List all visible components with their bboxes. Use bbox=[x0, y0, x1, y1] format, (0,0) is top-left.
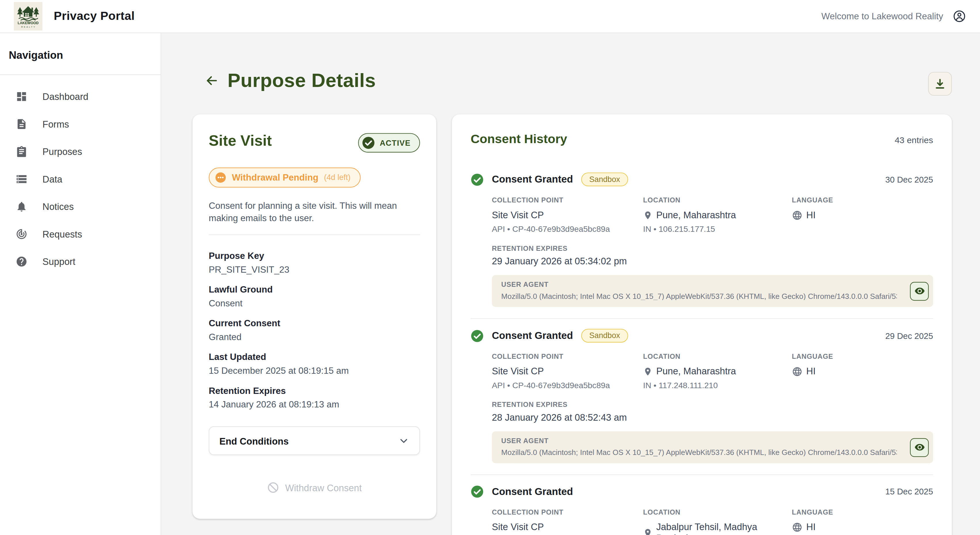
svg-text:REALTY: REALTY bbox=[21, 25, 36, 28]
field-value: Granted bbox=[209, 332, 420, 343]
field-label: Last Updated bbox=[209, 352, 420, 363]
withdrawal-pending-badge: Withdrawal Pending (4d left) bbox=[209, 167, 360, 188]
sidebar-item-label: Dashboard bbox=[43, 91, 88, 102]
location-value: Pune, Maharashtra bbox=[643, 366, 792, 377]
location-pin-icon bbox=[643, 366, 653, 376]
purpose-description: Consent for planning a site visit. This … bbox=[209, 200, 420, 225]
location-col: LOCATIONJabalpur Tehsil, Madhya PradeshI… bbox=[643, 508, 792, 535]
withdraw-row: Withdraw Consent bbox=[209, 482, 420, 494]
view-user-agent-button[interactable] bbox=[910, 438, 929, 457]
consent-entry: Consent GrantedSandbox29 Dec 2025COLLECT… bbox=[471, 319, 933, 463]
entry-header: Consent GrantedSandbox29 Dec 2025 bbox=[471, 329, 933, 343]
language-header: LANGUAGE bbox=[792, 352, 933, 360]
field-value: 14 January 2026 at 08:19:13 am bbox=[209, 399, 420, 410]
main-content: Purpose Details Site Visit ACTIVE Withdr… bbox=[161, 33, 980, 535]
sandbox-badge: Sandbox bbox=[581, 329, 628, 343]
end-conditions-toggle[interactable]: End Conditions bbox=[209, 427, 420, 455]
location-header: LOCATION bbox=[643, 508, 792, 516]
purpose-field: Retention Expires14 January 2026 at 08:1… bbox=[209, 385, 420, 410]
user-account-icon[interactable] bbox=[952, 10, 966, 23]
location-col: LOCATIONPune, MaharashtraIN • 106.215.17… bbox=[643, 196, 792, 234]
sidebar-item-data[interactable]: Data bbox=[0, 165, 161, 193]
location-col: LOCATIONPune, MaharashtraIN • 117.248.11… bbox=[643, 352, 792, 390]
ellipsis-circle-icon bbox=[215, 172, 226, 183]
clipboard-icon bbox=[16, 145, 27, 157]
sandbox-badge: Sandbox bbox=[581, 172, 628, 186]
user-agent-header: USER AGENT bbox=[501, 437, 897, 445]
user-agent-value: Mozilla/5.0 (Macintosh; Intel Mac OS X 1… bbox=[501, 449, 897, 456]
withdrawal-badge-label: Withdrawal Pending bbox=[232, 172, 318, 183]
sidebar: Navigation DashboardFormsPurposesDataNot… bbox=[0, 33, 161, 535]
download-button[interactable] bbox=[928, 72, 952, 96]
retention-value: 28 January 2026 at 08:52:43 am bbox=[492, 412, 933, 423]
sidebar-item-forms[interactable]: Forms bbox=[0, 110, 161, 138]
entry-status: Consent Granted bbox=[492, 174, 573, 185]
sidebar-item-label: Data bbox=[43, 174, 62, 184]
history-entries: Consent GrantedSandbox30 Dec 2025COLLECT… bbox=[471, 162, 933, 535]
cards-row: Site Visit ACTIVE Withdrawal Pending (4d… bbox=[161, 92, 980, 535]
document-icon bbox=[16, 118, 27, 130]
header-right: Welcome to Lakewood Reality bbox=[821, 10, 966, 23]
check-circle-icon bbox=[361, 136, 375, 150]
status-badge-active: ACTIVE bbox=[358, 133, 420, 152]
sidebar-item-notices[interactable]: Notices bbox=[0, 193, 161, 220]
retention-value: 29 January 2026 at 05:34:02 pm bbox=[492, 256, 933, 266]
purpose-fields: Purpose KeyPR_SITE_VISIT_23Lawful Ground… bbox=[209, 250, 420, 410]
retention-block: RETENTION EXPIRES29 January 2026 at 05:3… bbox=[492, 244, 933, 266]
sidebar-item-dashboard[interactable]: Dashboard bbox=[0, 83, 161, 110]
collection-point-value: Site Visit CP bbox=[492, 521, 643, 533]
location-pin-icon bbox=[643, 210, 653, 220]
field-label: Retention Expires bbox=[209, 385, 420, 396]
sidebar-nav: DashboardFormsPurposesDataNoticesRequest… bbox=[0, 75, 161, 275]
sidebar-item-label: Requests bbox=[43, 228, 82, 239]
download-icon bbox=[934, 78, 946, 90]
entry-date: 30 Dec 2025 bbox=[885, 175, 933, 184]
withdrawal-time-left: (4d left) bbox=[324, 173, 350, 182]
consent-entry: Consent Granted15 Dec 2025COLLECTION POI… bbox=[471, 475, 933, 535]
end-conditions-label: End Conditions bbox=[220, 436, 289, 446]
sidebar-heading: Navigation bbox=[0, 33, 161, 74]
location-pin-icon bbox=[643, 528, 653, 535]
location-ip: IN • 106.215.177.15 bbox=[643, 224, 792, 234]
location-header: LOCATION bbox=[643, 352, 792, 360]
entry-header: Consent Granted15 Dec 2025 bbox=[471, 485, 933, 498]
sidebar-item-label: Forms bbox=[43, 118, 69, 129]
language-value: HI bbox=[792, 209, 933, 221]
app-root: LAKEWOOD REALTY Privacy Portal Welcome t… bbox=[0, 0, 980, 535]
check-circle-icon bbox=[471, 329, 484, 342]
bell-icon bbox=[16, 201, 27, 212]
entry-status: Consent Granted bbox=[492, 486, 573, 497]
globe-icon bbox=[792, 366, 803, 377]
top-header: LAKEWOOD REALTY Privacy Portal Welcome t… bbox=[0, 0, 980, 33]
sidebar-item-requests[interactable]: Requests bbox=[0, 220, 161, 248]
globe-icon bbox=[792, 522, 803, 532]
eye-icon bbox=[914, 442, 925, 453]
user-agent-box: USER AGENTMozilla/5.0 (Macintosh; Intel … bbox=[492, 432, 933, 463]
entry-columns: COLLECTION POINTSite Visit CPAPI • CP-40… bbox=[492, 508, 933, 535]
collection-point-header: COLLECTION POINT bbox=[492, 508, 643, 516]
globe-icon bbox=[792, 210, 803, 220]
collection-point-col: COLLECTION POINTSite Visit CPAPI • CP-40… bbox=[492, 508, 643, 535]
sidebar-item-label: Support bbox=[43, 256, 75, 267]
status-badge-label: ACTIVE bbox=[380, 139, 410, 147]
withdraw-consent-label: Withdraw Consent bbox=[285, 482, 361, 493]
sidebar-item-support[interactable]: Support bbox=[0, 248, 161, 275]
storage-icon bbox=[16, 173, 27, 185]
history-title: Consent History bbox=[471, 132, 567, 146]
entry-body: COLLECTION POINTSite Visit CPAPI • CP-40… bbox=[492, 186, 933, 307]
purpose-divider bbox=[209, 235, 420, 235]
purpose-field: Purpose KeyPR_SITE_VISIT_23 bbox=[209, 250, 420, 275]
location-value: Pune, Maharashtra bbox=[643, 209, 792, 221]
entry-columns: COLLECTION POINTSite Visit CPAPI • CP-40… bbox=[492, 352, 933, 390]
sidebar-item-purposes[interactable]: Purposes bbox=[0, 138, 161, 165]
purpose-field: Last Updated15 December 2025 at 08:19:15… bbox=[209, 352, 420, 377]
language-col: LANGUAGEHI bbox=[792, 196, 933, 234]
language-col: LANGUAGEHI bbox=[792, 508, 933, 535]
withdraw-consent-button[interactable]: Withdraw Consent bbox=[267, 482, 361, 494]
field-label: Lawful Ground bbox=[209, 284, 420, 295]
retention-header: RETENTION EXPIRES bbox=[492, 244, 933, 253]
view-user-agent-button[interactable] bbox=[910, 282, 929, 300]
back-arrow-button[interactable] bbox=[204, 73, 220, 88]
page-header: Purpose Details bbox=[161, 33, 980, 92]
field-value: Consent bbox=[209, 298, 420, 309]
